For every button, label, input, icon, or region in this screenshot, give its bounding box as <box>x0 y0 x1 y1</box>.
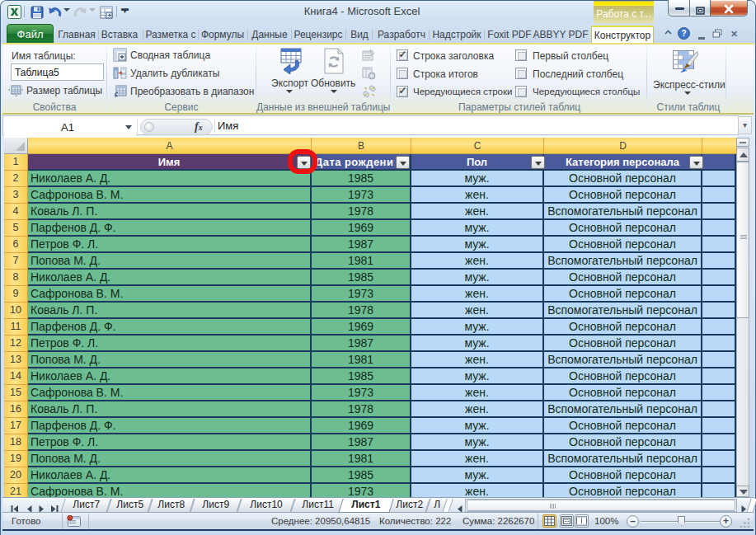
svg-text:?: ? <box>681 29 686 38</box>
